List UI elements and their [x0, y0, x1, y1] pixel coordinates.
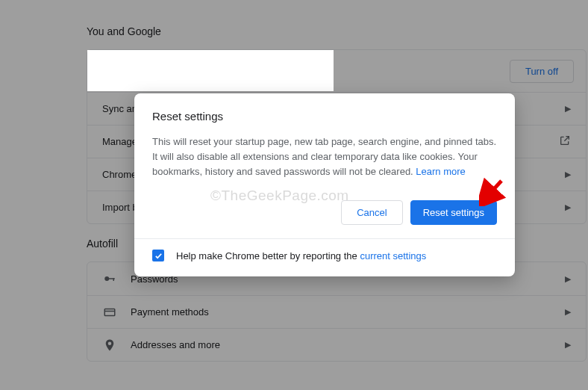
cancel-button[interactable]: Cancel	[341, 200, 402, 225]
learn-more-link[interactable]: Learn more	[416, 166, 465, 177]
dialog-footer: Help make Chrome better by reporting the…	[134, 238, 515, 264]
reset-settings-button[interactable]: Reset settings	[410, 200, 497, 225]
reset-settings-dialog: Reset settings This will reset your star…	[134, 93, 515, 276]
account-redacted-overlay	[87, 50, 334, 91]
current-settings-link[interactable]: current settings	[360, 250, 426, 261]
footer-text: Help make Chrome better by reporting the…	[176, 250, 426, 261]
dialog-actions: Cancel Reset settings	[152, 200, 497, 225]
footer-prefix: Help make Chrome better by reporting the	[176, 250, 360, 261]
dialog-body: This will reset your startup page, new t…	[152, 134, 497, 179]
report-checkbox[interactable]	[152, 250, 164, 261]
dialog-title: Reset settings	[152, 110, 497, 123]
